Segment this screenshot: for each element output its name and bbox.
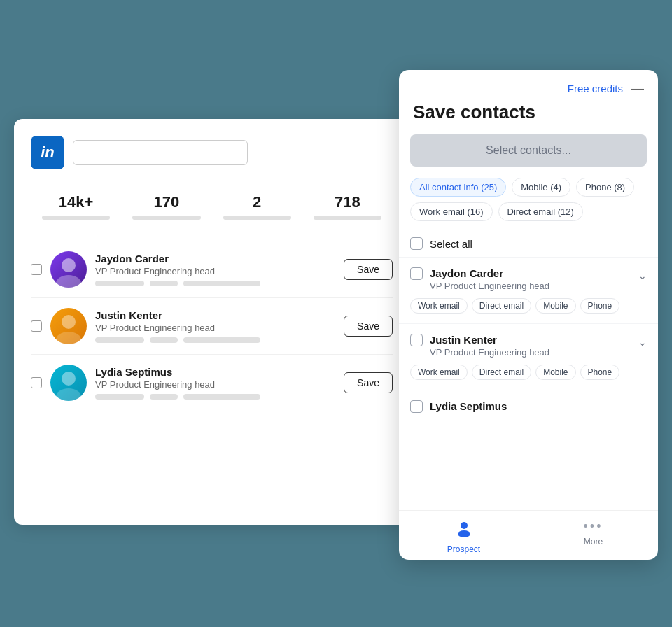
filter-tab-direct-email[interactable]: Direct email (12) — [498, 202, 583, 221]
stat-bar-1 — [42, 216, 110, 220]
svg-point-6 — [461, 522, 468, 529]
sc-contact-name-1: Jaydon Carder — [430, 267, 631, 279]
li-contact-row-1: Jaydon Carder VP Product Engineering hea… — [31, 241, 393, 297]
li-contact-title-1: VP Product Engineering head — [95, 266, 335, 276]
li-bars-2 — [95, 337, 335, 343]
sc-checkbox-3[interactable] — [410, 400, 423, 413]
tag-direct-email-1: Direct email — [472, 298, 531, 314]
more-icon: ••• — [584, 519, 603, 534]
li-checkbox-1[interactable] — [31, 264, 42, 275]
li-contact-name-2: Justin Kenter — [95, 309, 335, 321]
linkedin-search-bar[interactable] — [73, 140, 248, 165]
sc-contact-info-1: Jaydon Carder VP Product Engineering hea… — [430, 267, 631, 291]
li-contact-name-1: Jaydon Carder — [95, 253, 335, 265]
select-all-checkbox[interactable] — [410, 237, 423, 250]
li-contact-info-1: Jaydon Carder VP Product Engineering hea… — [95, 253, 335, 286]
tag-phone-2: Phone — [580, 365, 620, 380]
nav-item-prospect[interactable]: Prospect — [399, 519, 528, 554]
li-bar-2c — [183, 337, 260, 343]
select-all-row: Select all — [399, 230, 658, 257]
filter-tabs: All contact info (25) Mobile (4) Phone (… — [399, 178, 658, 230]
svg-point-7 — [458, 530, 470, 537]
sc-contact-info-3: Lydia Septimus — [430, 400, 647, 412]
stat-item-2: 170 — [121, 186, 211, 227]
li-checkbox-3[interactable] — [31, 377, 42, 388]
li-avatar-justin — [50, 308, 87, 344]
nav-item-more[interactable]: ••• More — [528, 519, 658, 554]
filter-tab-phone[interactable]: Phone (8) — [576, 178, 634, 197]
li-bar-3a — [95, 394, 144, 400]
sc-contact-row-2: Justin Kenter VP Product Engineering hea… — [399, 323, 658, 390]
nav-label-more: More — [584, 537, 603, 547]
sc-contact-name-3: Lydia Septimus — [430, 400, 647, 412]
sc-contact-info-2: Justin Kenter VP Product Engineering hea… — [430, 334, 631, 358]
stat-bar-4 — [314, 216, 382, 220]
sc-contact-title-2: VP Product Engineering head — [430, 347, 631, 358]
svg-point-2 — [62, 315, 76, 329]
sc-chevron-2[interactable]: ⌄ — [638, 337, 647, 348]
linkedin-panel: in 14k+ 170 2 718 Jaydon Carder VP Produ… — [14, 119, 410, 525]
filter-tab-work-email[interactable]: Work email (16) — [410, 202, 493, 221]
li-bar-1c — [183, 281, 260, 286]
nav-label-prospect: Prospect — [447, 544, 480, 554]
filter-tab-mobile[interactable]: Mobile (4) — [512, 178, 570, 197]
tag-work-email-1: Work email — [410, 298, 468, 314]
stat-value-2: 170 — [121, 193, 211, 211]
li-contact-title-3: VP Product Engineering head — [95, 379, 335, 390]
svg-point-4 — [62, 372, 76, 386]
sc-contact-row-3: Lydia Septimus — [399, 390, 658, 423]
li-save-button-2[interactable]: Save — [344, 316, 393, 337]
stat-bar-3 — [223, 216, 291, 220]
li-contact-title-2: VP Product Engineering head — [95, 323, 335, 333]
sc-contact-header-1: Jaydon Carder VP Product Engineering hea… — [410, 267, 647, 291]
li-checkbox-2[interactable] — [31, 320, 42, 332]
panel-title: Save contacts — [399, 96, 658, 134]
li-bar-2a — [95, 337, 144, 343]
panel-bottom-nav: Prospect ••• More — [399, 510, 658, 560]
tag-mobile-2: Mobile — [536, 365, 575, 380]
sc-contact-tags-2: Work email Direct email Mobile Phone — [410, 365, 647, 380]
svg-point-5 — [56, 388, 81, 401]
li-contact-info-3: Lydia Septimus VP Product Engineering he… — [95, 366, 335, 400]
li-bar-1b — [150, 281, 178, 286]
sc-contact-name-2: Justin Kenter — [430, 334, 631, 346]
sc-contact-tags-1: Work email Direct email Mobile Phone — [410, 298, 647, 314]
select-contacts-button[interactable]: Select contacts... — [410, 134, 647, 167]
stat-bar-2 — [132, 216, 200, 220]
stats-row: 14k+ 170 2 718 — [31, 186, 393, 227]
stat-value-4: 718 — [302, 193, 393, 211]
tag-mobile-1: Mobile — [536, 298, 575, 314]
stat-item-1: 14k+ — [31, 186, 121, 227]
panel-close-button[interactable]: — — [631, 81, 644, 96]
filter-tab-all[interactable]: All contact info (25) — [410, 178, 506, 197]
li-bar-2b — [150, 337, 178, 343]
contacts-list: Jaydon Carder VP Product Engineering hea… — [399, 257, 658, 510]
sc-contact-header-2: Justin Kenter VP Product Engineering hea… — [410, 334, 647, 358]
stat-value-3: 2 — [212, 193, 302, 211]
select-all-label: Select all — [430, 238, 472, 250]
panel-top-bar: Free credits — — [399, 70, 658, 96]
li-save-button-1[interactable]: Save — [344, 259, 393, 280]
linkedin-logo-text: in — [41, 143, 55, 162]
sc-chevron-1[interactable]: ⌄ — [638, 270, 647, 281]
li-avatar-lydia — [50, 365, 87, 401]
stat-value-1: 14k+ — [31, 193, 121, 211]
sc-checkbox-2[interactable] — [410, 334, 423, 346]
tag-direct-email-2: Direct email — [472, 365, 531, 380]
linkedin-header: in — [31, 136, 393, 169]
li-bars-1 — [95, 281, 335, 286]
sc-contact-title-1: VP Product Engineering head — [430, 281, 631, 291]
sc-checkbox-1[interactable] — [410, 267, 423, 280]
svg-point-3 — [56, 332, 81, 344]
li-save-button-3[interactable]: Save — [344, 372, 393, 393]
free-credits-link[interactable]: Free credits — [568, 83, 623, 94]
save-contacts-panel: Free credits — Save contacts Select cont… — [399, 70, 658, 560]
tag-work-email-2: Work email — [410, 365, 468, 380]
prospect-icon — [455, 519, 473, 542]
li-contact-row-2: Justin Kenter VP Product Engineering hea… — [31, 297, 393, 354]
tag-phone-1: Phone — [580, 298, 620, 314]
li-bar-3c — [183, 394, 260, 400]
li-contact-row-3: Lydia Septimus VP Product Engineering he… — [31, 354, 393, 411]
sc-contact-row-1: Jaydon Carder VP Product Engineering hea… — [399, 257, 658, 323]
li-bars-3 — [95, 394, 335, 400]
